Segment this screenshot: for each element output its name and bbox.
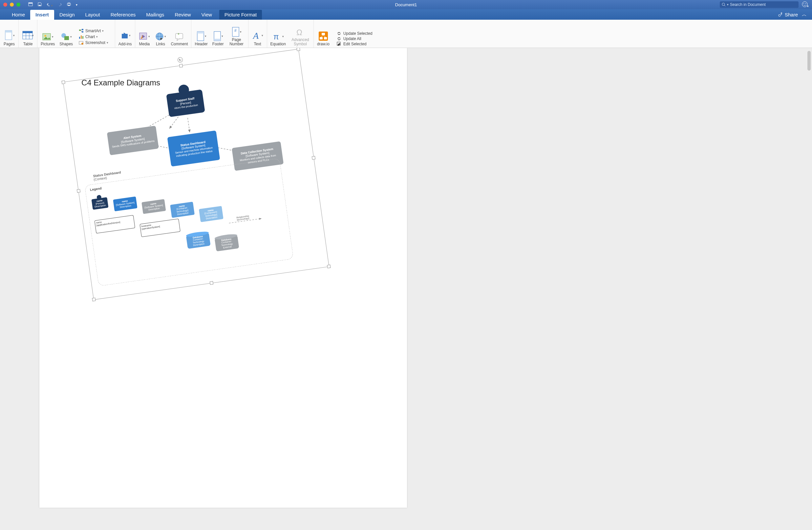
svg-rect-53 <box>320 37 323 39</box>
redo-icon[interactable] <box>57 2 62 8</box>
update-selected-button[interactable]: Update Selected <box>337 31 373 36</box>
minimize-window-button[interactable] <box>10 3 14 6</box>
svg-rect-16 <box>23 31 32 33</box>
search-input[interactable]: ▾ Search in Document <box>720 1 799 8</box>
close-window-button[interactable] <box>3 3 7 6</box>
drawio-button[interactable]: draw.io <box>317 31 330 46</box>
pictures-icon <box>42 32 52 41</box>
symbol-icon: Ω <box>295 27 305 37</box>
advanced-symbol-button[interactable]: Ω Advanced Symbol <box>290 27 310 46</box>
resize-handle-bl[interactable] <box>92 298 96 301</box>
tab-design[interactable]: Design <box>54 10 80 20</box>
edit-selected-button[interactable]: Edit Selected <box>337 42 373 46</box>
chart-icon <box>79 34 84 39</box>
zoom-window-button[interactable] <box>16 3 20 6</box>
smartart-icon <box>79 29 84 33</box>
resize-handle-ml[interactable] <box>77 189 81 193</box>
resize-handle-mr[interactable] <box>312 156 315 160</box>
save-icon[interactable] <box>38 2 42 8</box>
resize-handle-tr[interactable] <box>296 48 300 51</box>
smartart-button[interactable]: SmartArt▾ <box>79 29 104 33</box>
share-button[interactable]: + Share ︿ <box>772 10 812 20</box>
svg-rect-14 <box>5 30 12 32</box>
customize-qat-icon[interactable] <box>28 2 33 8</box>
svg-rect-54 <box>324 37 327 39</box>
svg-text:Ω: Ω <box>296 28 302 37</box>
table-button[interactable]: ▾ Table <box>19 20 38 48</box>
text-button[interactable]: A▾ Text <box>248 20 267 48</box>
page-number-icon: # <box>231 27 240 37</box>
equation-icon: π <box>272 31 282 41</box>
rotate-handle[interactable]: ↻ <box>177 57 183 63</box>
collapse-ribbon-icon[interactable]: ︿ <box>802 12 807 18</box>
share-icon: + <box>778 12 783 17</box>
tab-references[interactable]: References <box>105 10 141 20</box>
pages-button[interactable]: ▾ Pages <box>0 20 19 48</box>
search-icon <box>722 3 726 6</box>
shapes-button[interactable]: ▾ Shapes <box>59 32 73 46</box>
selected-picture[interactable]: ↻ Support Staff [Perso <box>63 49 329 300</box>
tab-layout[interactable]: Layout <box>80 10 105 20</box>
text-icon: A <box>252 30 262 41</box>
edit-icon <box>337 42 341 46</box>
resize-handle-bm[interactable] <box>209 281 213 285</box>
links-icon <box>155 31 164 41</box>
resize-handle-tl[interactable] <box>61 81 65 84</box>
page-number-button[interactable]: #▾ Page Number <box>229 27 245 46</box>
addins-icon <box>120 30 130 40</box>
header-button[interactable]: ▾ Header <box>194 31 207 46</box>
addins-button[interactable]: ▾ Add-ins <box>115 20 135 48</box>
search-placeholder: Search in Document <box>730 2 766 7</box>
media-button[interactable]: ▾ Media <box>139 31 150 46</box>
scrollbar-thumb[interactable] <box>808 51 811 71</box>
svg-point-6 <box>722 3 725 5</box>
svg-line-60 <box>188 118 190 133</box>
diagram-arrows <box>67 71 171 134</box>
tab-mailings[interactable]: Mailings <box>141 10 169 20</box>
quick-access-toolbar: ▾ ▾ <box>28 2 77 8</box>
svg-rect-4 <box>68 3 70 4</box>
svg-point-21 <box>44 35 46 37</box>
svg-rect-30 <box>81 35 82 39</box>
header-icon <box>196 31 205 41</box>
pictures-button[interactable]: ▾ Pictures <box>41 32 55 46</box>
svg-text:#: # <box>234 28 237 33</box>
tab-insert[interactable]: Insert <box>30 10 54 20</box>
svg-line-27 <box>81 30 82 30</box>
svg-point-10 <box>806 3 806 4</box>
svg-rect-52 <box>322 33 325 35</box>
comment-button[interactable]: + Comment <box>171 31 188 46</box>
diagram-boundary-label: Status Dashboard(Context) <box>93 170 122 182</box>
chart-button[interactable]: Chart▾ <box>79 34 98 39</box>
vertical-scrollbar[interactable] <box>807 49 811 527</box>
tab-review[interactable]: Review <box>169 10 196 20</box>
footer-button[interactable]: ▾ Footer <box>212 31 224 46</box>
qat-more-icon[interactable]: ▾ <box>76 3 77 6</box>
tab-view[interactable]: View <box>196 10 217 20</box>
resize-handle-tm[interactable] <box>179 64 183 68</box>
refresh-all-icon <box>337 37 341 41</box>
ribbon: ▾ Pages ▾ Table ▾ Pictures ▾ Shapes Smar… <box>0 20 812 48</box>
equation-button[interactable]: π▾ Equation <box>271 31 286 46</box>
window-controls <box>0 3 20 6</box>
svg-line-7 <box>724 5 725 6</box>
table-icon <box>22 30 33 40</box>
screenshot-button[interactable]: Screenshot▾ <box>79 40 108 45</box>
resize-handle-br[interactable] <box>327 265 331 268</box>
user-account-icon[interactable]: ▾ <box>802 1 809 8</box>
undo-icon[interactable]: ▾ <box>47 2 53 8</box>
tab-home[interactable]: Home <box>6 10 30 20</box>
svg-point-8 <box>802 2 808 7</box>
svg-text:+: + <box>781 12 782 15</box>
footer-icon <box>213 31 221 41</box>
document-title: Document1 <box>395 2 417 7</box>
svg-rect-31 <box>82 36 83 39</box>
links-button[interactable]: ▾ Links <box>155 31 166 46</box>
update-all-button[interactable]: Update All <box>337 37 373 41</box>
svg-rect-24 <box>79 30 81 31</box>
print-icon[interactable] <box>67 2 71 8</box>
svg-rect-29 <box>79 37 80 39</box>
document-canvas[interactable]: C4 Example Diagrams ↻ <box>0 48 812 530</box>
tab-picture-format[interactable]: Picture Format <box>219 10 262 20</box>
svg-line-28 <box>81 30 82 32</box>
